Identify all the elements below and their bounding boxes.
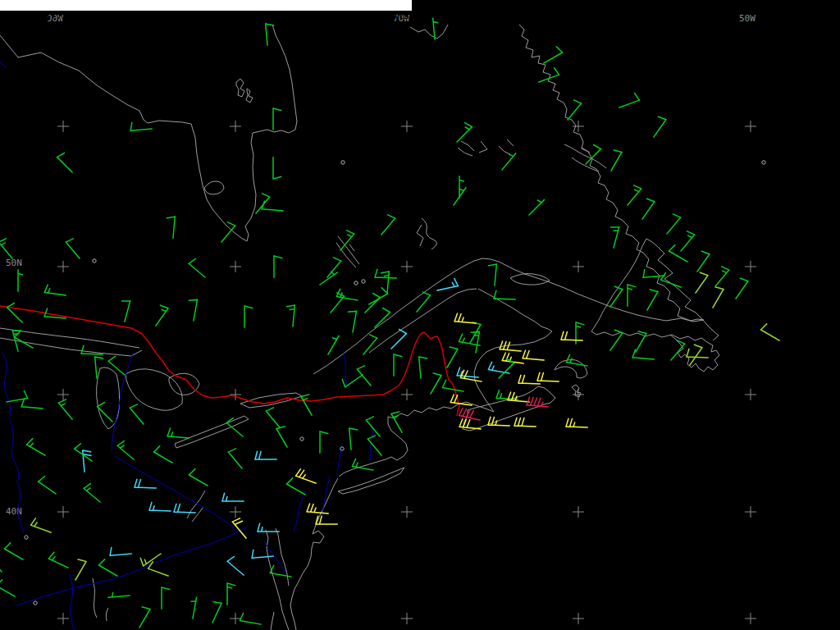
weather-app-screen: 90W70W50W50N40N MON 17.12.07 00:00 UTC B… — [0, 0, 840, 630]
graticule-label: 50N — [6, 258, 22, 268]
graticule-label: 40N — [6, 506, 22, 517]
graticule-label: 50W — [739, 13, 756, 24]
title-bar: MON 17.12.07 00:00 UTC Bodenwettermeldun… — [0, 0, 412, 11]
title-text: MON 17.12.07 00:00 UTC Bodenwettermeldun… — [24, 11, 409, 21]
weather-map-canvas: 90W70W50W50N40N — [0, 0, 840, 630]
